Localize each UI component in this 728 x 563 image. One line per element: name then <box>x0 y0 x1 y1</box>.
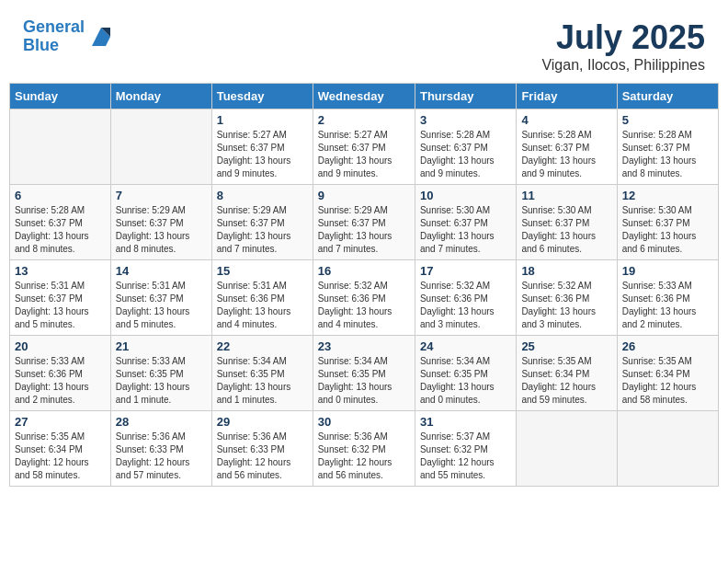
calendar-cell: 29Sunrise: 5:36 AM Sunset: 6:33 PM Dayli… <box>211 411 313 487</box>
day-number: 10 <box>420 189 511 202</box>
calendar-cell: 12Sunrise: 5:30 AM Sunset: 6:37 PM Dayli… <box>617 185 718 260</box>
title-area: July 2025 Vigan, Ilocos, Philippines <box>541 18 705 74</box>
calendar-cell <box>617 411 718 487</box>
day-number: 17 <box>420 264 511 278</box>
weekday-header-row: SundayMondayTuesdayWednesdayThursdayFrid… <box>10 84 719 109</box>
day-number: 15 <box>217 264 308 278</box>
calendar-cell: 27Sunrise: 5:35 AM Sunset: 6:34 PM Dayli… <box>10 411 111 487</box>
day-info: Sunrise: 5:33 AM Sunset: 6:35 PM Dayligh… <box>116 355 207 407</box>
calendar-cell: 2Sunrise: 5:27 AM Sunset: 6:37 PM Daylig… <box>313 109 415 185</box>
calendar-cell: 11Sunrise: 5:30 AM Sunset: 6:37 PM Dayli… <box>517 185 617 260</box>
day-info: Sunrise: 5:34 AM Sunset: 6:35 PM Dayligh… <box>217 355 308 407</box>
calendar-week-4: 20Sunrise: 5:33 AM Sunset: 6:36 PM Dayli… <box>10 336 719 411</box>
calendar-cell <box>110 109 211 185</box>
page-header: General Blue July 2025 Vigan, Ilocos, Ph… <box>9 9 719 78</box>
calendar-cell: 4Sunrise: 5:28 AM Sunset: 6:37 PM Daylig… <box>517 109 617 185</box>
weekday-header-wednesday: Wednesday <box>313 84 415 109</box>
day-number: 31 <box>420 415 511 429</box>
month-title: July 2025 <box>541 18 705 57</box>
calendar-cell: 1Sunrise: 5:27 AM Sunset: 6:37 PM Daylig… <box>211 109 313 185</box>
day-info: Sunrise: 5:37 AM Sunset: 6:32 PM Dayligh… <box>420 431 511 482</box>
calendar-cell: 18Sunrise: 5:32 AM Sunset: 6:36 PM Dayli… <box>517 260 617 336</box>
day-info: Sunrise: 5:35 AM Sunset: 6:34 PM Dayligh… <box>15 431 106 482</box>
calendar-cell: 10Sunrise: 5:30 AM Sunset: 6:37 PM Dayli… <box>415 185 516 260</box>
day-info: Sunrise: 5:27 AM Sunset: 6:37 PM Dayligh… <box>318 129 410 180</box>
day-info: Sunrise: 5:29 AM Sunset: 6:37 PM Dayligh… <box>217 204 308 256</box>
calendar-cell <box>517 411 617 487</box>
day-info: Sunrise: 5:34 AM Sunset: 6:35 PM Dayligh… <box>318 355 410 407</box>
calendar-cell: 24Sunrise: 5:34 AM Sunset: 6:35 PM Dayli… <box>415 336 516 411</box>
calendar-cell: 8Sunrise: 5:29 AM Sunset: 6:37 PM Daylig… <box>211 185 313 260</box>
day-info: Sunrise: 5:32 AM Sunset: 6:36 PM Dayligh… <box>318 280 410 331</box>
calendar-cell: 22Sunrise: 5:34 AM Sunset: 6:35 PM Dayli… <box>211 336 313 411</box>
calendar-week-5: 27Sunrise: 5:35 AM Sunset: 6:34 PM Dayli… <box>10 411 719 487</box>
day-info: Sunrise: 5:33 AM Sunset: 6:36 PM Dayligh… <box>622 280 713 331</box>
calendar-table: SundayMondayTuesdayWednesdayThursdayFrid… <box>9 83 719 487</box>
day-info: Sunrise: 5:32 AM Sunset: 6:36 PM Dayligh… <box>420 280 511 331</box>
calendar-cell: 5Sunrise: 5:28 AM Sunset: 6:37 PM Daylig… <box>617 109 718 185</box>
day-number: 2 <box>318 113 410 127</box>
day-info: Sunrise: 5:31 AM Sunset: 6:37 PM Dayligh… <box>15 280 106 331</box>
day-number: 4 <box>521 113 611 127</box>
calendar-cell: 21Sunrise: 5:33 AM Sunset: 6:35 PM Dayli… <box>110 336 211 411</box>
day-number: 20 <box>15 339 106 353</box>
calendar-cell: 20Sunrise: 5:33 AM Sunset: 6:36 PM Dayli… <box>10 336 111 411</box>
calendar-cell: 17Sunrise: 5:32 AM Sunset: 6:36 PM Dayli… <box>415 260 516 336</box>
location: Vigan, Ilocos, Philippines <box>541 57 705 74</box>
day-number: 12 <box>622 189 713 202</box>
day-number: 26 <box>622 339 713 353</box>
calendar-cell: 19Sunrise: 5:33 AM Sunset: 6:36 PM Dayli… <box>617 260 718 336</box>
day-number: 27 <box>15 415 106 429</box>
day-number: 5 <box>622 113 713 127</box>
day-number: 19 <box>622 264 713 278</box>
day-info: Sunrise: 5:28 AM Sunset: 6:37 PM Dayligh… <box>622 129 713 180</box>
calendar-cell: 6Sunrise: 5:28 AM Sunset: 6:37 PM Daylig… <box>10 185 111 260</box>
weekday-header-thursday: Thursday <box>415 84 516 109</box>
calendar-cell: 15Sunrise: 5:31 AM Sunset: 6:36 PM Dayli… <box>211 260 313 336</box>
calendar-cell: 13Sunrise: 5:31 AM Sunset: 6:37 PM Dayli… <box>10 260 111 336</box>
weekday-header-tuesday: Tuesday <box>211 84 313 109</box>
calendar-week-2: 6Sunrise: 5:28 AM Sunset: 6:37 PM Daylig… <box>10 185 719 260</box>
day-number: 8 <box>217 189 308 202</box>
day-info: Sunrise: 5:35 AM Sunset: 6:34 PM Dayligh… <box>622 355 713 407</box>
weekday-header-saturday: Saturday <box>617 84 718 109</box>
day-info: Sunrise: 5:29 AM Sunset: 6:37 PM Dayligh… <box>318 204 410 256</box>
day-info: Sunrise: 5:34 AM Sunset: 6:35 PM Dayligh… <box>420 355 511 407</box>
calendar-cell: 26Sunrise: 5:35 AM Sunset: 6:34 PM Dayli… <box>617 336 718 411</box>
day-number: 13 <box>15 264 106 278</box>
calendar-cell: 25Sunrise: 5:35 AM Sunset: 6:34 PM Dayli… <box>517 336 617 411</box>
logo-line2: Blue <box>23 36 59 54</box>
day-info: Sunrise: 5:27 AM Sunset: 6:37 PM Dayligh… <box>217 129 308 180</box>
day-number: 21 <box>116 339 207 353</box>
calendar-cell: 30Sunrise: 5:36 AM Sunset: 6:32 PM Dayli… <box>313 411 415 487</box>
day-number: 1 <box>217 113 308 127</box>
calendar-cell: 31Sunrise: 5:37 AM Sunset: 6:32 PM Dayli… <box>415 411 516 487</box>
day-number: 7 <box>116 189 207 202</box>
day-number: 25 <box>521 339 611 353</box>
calendar-cell: 28Sunrise: 5:36 AM Sunset: 6:33 PM Dayli… <box>110 411 211 487</box>
day-info: Sunrise: 5:30 AM Sunset: 6:37 PM Dayligh… <box>420 204 511 256</box>
day-number: 28 <box>116 415 207 429</box>
day-info: Sunrise: 5:36 AM Sunset: 6:33 PM Dayligh… <box>217 431 308 482</box>
calendar-cell: 3Sunrise: 5:28 AM Sunset: 6:37 PM Daylig… <box>415 109 516 185</box>
calendar-cell: 23Sunrise: 5:34 AM Sunset: 6:35 PM Dayli… <box>313 336 415 411</box>
day-info: Sunrise: 5:28 AM Sunset: 6:37 PM Dayligh… <box>521 129 611 180</box>
calendar-cell: 9Sunrise: 5:29 AM Sunset: 6:37 PM Daylig… <box>313 185 415 260</box>
day-info: Sunrise: 5:31 AM Sunset: 6:37 PM Dayligh… <box>116 280 207 331</box>
day-number: 22 <box>217 339 308 353</box>
day-info: Sunrise: 5:35 AM Sunset: 6:34 PM Dayligh… <box>521 355 611 407</box>
day-number: 3 <box>420 113 511 127</box>
calendar-week-3: 13Sunrise: 5:31 AM Sunset: 6:37 PM Dayli… <box>10 260 719 336</box>
day-number: 29 <box>217 415 308 429</box>
day-number: 30 <box>318 415 410 429</box>
day-info: Sunrise: 5:36 AM Sunset: 6:33 PM Dayligh… <box>116 431 207 482</box>
weekday-header-sunday: Sunday <box>10 84 111 109</box>
weekday-header-friday: Friday <box>517 84 617 109</box>
logo-line1: General <box>23 17 85 36</box>
day-number: 18 <box>521 264 611 278</box>
day-number: 9 <box>318 189 410 202</box>
day-info: Sunrise: 5:33 AM Sunset: 6:36 PM Dayligh… <box>15 355 106 407</box>
logo: General Blue <box>23 18 115 55</box>
day-number: 24 <box>420 339 511 353</box>
day-info: Sunrise: 5:31 AM Sunset: 6:36 PM Dayligh… <box>217 280 308 331</box>
